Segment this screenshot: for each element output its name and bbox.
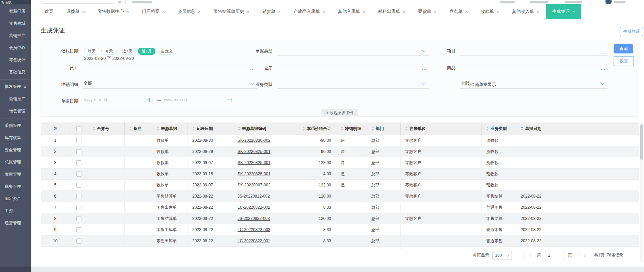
last-page-icon[interactable] bbox=[583, 254, 586, 257]
quick-action-icon[interactable] bbox=[132, 1, 152, 3]
global-search-input[interactable] bbox=[43, 3, 114, 4]
business-type-select[interactable] bbox=[277, 78, 429, 89]
sort-icon[interactable] bbox=[405, 127, 408, 131]
tab-close-icon[interactable]: × bbox=[247, 9, 249, 14]
sidebar-item-零售统计[interactable]: 零售统计 bbox=[0, 54, 31, 66]
column-header-记账日期[interactable]: 记账日期 bbox=[188, 122, 233, 135]
warehouse-picker[interactable]: ··· bbox=[277, 62, 429, 72]
row-checkbox[interactable] bbox=[76, 138, 81, 143]
tab-close-icon[interactable]: × bbox=[127, 9, 129, 14]
column-header-业务类型[interactable]: 业务类型 bbox=[482, 122, 516, 135]
gear-icon[interactable]: ⚙ bbox=[53, 126, 57, 131]
select-all-checkbox[interactable] bbox=[76, 126, 81, 131]
source-doc-link[interactable]: LC-20220822-001 bbox=[238, 239, 270, 243]
sort-icon[interactable] bbox=[93, 127, 95, 131]
table-row[interactable]: 5收款单2022-09-07SK-20220907-002-122.00是总部零… bbox=[41, 180, 639, 191]
tab-其他入库单[interactable]: 其他入库单× bbox=[331, 4, 372, 19]
table-row[interactable]: 2收款单2022-08-29SK-20220825-00190.00是总部零散客… bbox=[41, 146, 639, 157]
column-header-备注[interactable]: 备注 bbox=[125, 122, 152, 135]
tab-close-icon[interactable]: × bbox=[162, 9, 165, 14]
app-download-icon[interactable] bbox=[530, 1, 548, 3]
collapse-more-conditions[interactable]: 收起更多条件 bbox=[321, 109, 358, 116]
column-header-合并号[interactable]: 合并号 bbox=[88, 122, 125, 135]
sort-icon[interactable] bbox=[156, 127, 159, 131]
column-header-往来单位[interactable]: 往来单位 bbox=[401, 122, 482, 135]
doc-date-end-input[interactable]: yyyy-mm-dd bbox=[163, 95, 234, 105]
tab-产成品入库单[interactable]: 产成品入库单× bbox=[287, 4, 332, 19]
table-row[interactable]: 4收款单2022-09-15SK-20220825-0014.00是总部零散客户… bbox=[41, 168, 639, 180]
row-checkbox[interactable] bbox=[76, 227, 81, 232]
row-checkbox[interactable] bbox=[76, 149, 81, 154]
date-quick-昨天[interactable]: 昨天 bbox=[84, 48, 99, 55]
tab-其他收入单[interactable]: 其他收入单× bbox=[505, 4, 546, 19]
table-row[interactable]: 3收款单2022-09-07SK-20220825-001123.00是总部零散… bbox=[41, 157, 639, 168]
sidebar-item-税务管理[interactable]: 税务管理 bbox=[0, 180, 31, 192]
sidebar-item-营销推广[interactable]: 营销推广 bbox=[0, 93, 31, 105]
date-quick-近1月[interactable]: 近1月 bbox=[138, 48, 155, 55]
tab-材料出库单[interactable]: 材料出库单× bbox=[372, 4, 412, 19]
sort-icon[interactable] bbox=[341, 127, 343, 131]
source-doc-link[interactable]: LC-20220822-002 bbox=[238, 205, 270, 210]
doc-type-select[interactable] bbox=[277, 46, 429, 56]
column-header-来源单据编码[interactable]: 来源单据编码 bbox=[233, 122, 297, 135]
sidebar-item-智慧门店[interactable]: 智慧门店 bbox=[0, 5, 31, 17]
tab-close-icon[interactable]: × bbox=[82, 9, 85, 14]
source-doc-link[interactable]: JS-20220822-003 bbox=[238, 216, 270, 221]
source-doc-link[interactable]: LC-20220822-003 bbox=[238, 227, 270, 232]
tab-close-icon[interactable]: × bbox=[537, 9, 539, 14]
column-header-部门[interactable]: 部门 bbox=[367, 122, 401, 135]
sidebar-item-零售商城[interactable]: 零售商城 bbox=[0, 17, 31, 29]
tab-首页[interactable]: 首页 bbox=[38, 4, 60, 19]
sidebar-item-资金管理[interactable]: 资金管理 bbox=[0, 144, 31, 156]
sort-icon[interactable] bbox=[238, 127, 240, 131]
table-row[interactable]: 8零售结算单2022-08-22JS-20220822-003120.00总部零… bbox=[41, 213, 639, 224]
calendar-icon[interactable] bbox=[227, 98, 231, 102]
source-doc-link[interactable]: SK-20220825-001 bbox=[238, 149, 270, 154]
column-header-来源单据[interactable]: 来源单据 bbox=[152, 122, 188, 135]
table-row[interactable]: 9零售出库单2022-08-22LC-20220822-0038.33总部普通零… bbox=[41, 224, 639, 235]
online-service-icon[interactable] bbox=[565, 1, 582, 3]
sort-icon[interactable] bbox=[371, 127, 374, 131]
source-doc-link[interactable]: SK-20220825-001 bbox=[238, 160, 270, 165]
sidebar-item-库存核算[interactable]: 库存核算 bbox=[0, 132, 31, 144]
source-doc-link[interactable]: SK-20220907-002 bbox=[238, 183, 270, 187]
tab-close-icon[interactable]: × bbox=[278, 9, 281, 14]
column-header-本币价税合计[interactable]: 本币价税合计 bbox=[297, 122, 336, 135]
table-row[interactable]: 10零售出库单2022-08-22LC-20220822-0018.33总部普通… bbox=[41, 235, 639, 247]
tab-close-icon[interactable]: × bbox=[403, 9, 405, 14]
sidebar-item-固定资产[interactable]: 固定资产 bbox=[0, 192, 31, 205]
scrollbar-thumb[interactable] bbox=[640, 124, 643, 160]
sidebar-item-总账管理[interactable]: 总账管理 bbox=[0, 156, 31, 168]
tab-close-icon[interactable]: × bbox=[497, 9, 499, 14]
column-header-冲销明细[interactable]: 冲销明细 bbox=[336, 122, 367, 135]
column-header-单据日期[interactable]: 单据日期 bbox=[516, 122, 639, 135]
link-icon[interactable] bbox=[118, 1, 121, 3]
tab-销货单[interactable]: 销货单× bbox=[256, 4, 287, 19]
tab-close-icon[interactable]: × bbox=[434, 9, 437, 14]
prev-page-icon[interactable] bbox=[530, 254, 533, 257]
tab-close-icon[interactable]: × bbox=[198, 9, 201, 14]
sidebar-item-采购管理[interactable]: 采购管理 bbox=[0, 119, 31, 132]
message-icon[interactable] bbox=[500, 1, 515, 3]
tab-调拨单[interactable]: 调拨单× bbox=[60, 4, 91, 19]
date-quick-今天[interactable]: 今天 bbox=[101, 48, 117, 55]
date-quick-自定义[interactable]: 自定义 bbox=[157, 48, 177, 55]
sort-icon[interactable] bbox=[192, 127, 195, 131]
sidebar-item-批发管理[interactable]: 批发管理 bbox=[0, 81, 31, 93]
sidebar-item-营销推广[interactable]: 营销推广 bbox=[0, 29, 31, 42]
tab-close-icon[interactable]: × bbox=[323, 9, 325, 14]
tab-要货单[interactable]: 要货单× bbox=[412, 4, 443, 19]
generate-voucher-button[interactable]: 生成凭证 bbox=[620, 27, 643, 36]
row-checkbox[interactable] bbox=[76, 172, 81, 177]
sidebar-item-发票管理[interactable]: 发票管理 bbox=[0, 168, 31, 180]
sort-icon[interactable] bbox=[129, 127, 132, 131]
row-checkbox[interactable] bbox=[76, 205, 81, 210]
row-checkbox[interactable] bbox=[76, 239, 81, 244]
sidebar-item-经营管理[interactable]: 经营管理 bbox=[0, 217, 31, 229]
tab-close-icon[interactable]: × bbox=[465, 9, 468, 14]
tab-零售数据中心[interactable]: 零售数据中心× bbox=[91, 4, 136, 19]
project-picker[interactable]: ··· bbox=[460, 46, 608, 56]
tab-门店档案[interactable]: 门店档案× bbox=[135, 4, 171, 19]
goods-picker[interactable]: ··· bbox=[460, 62, 608, 72]
tab-收款单[interactable]: 收款单× bbox=[474, 4, 506, 19]
